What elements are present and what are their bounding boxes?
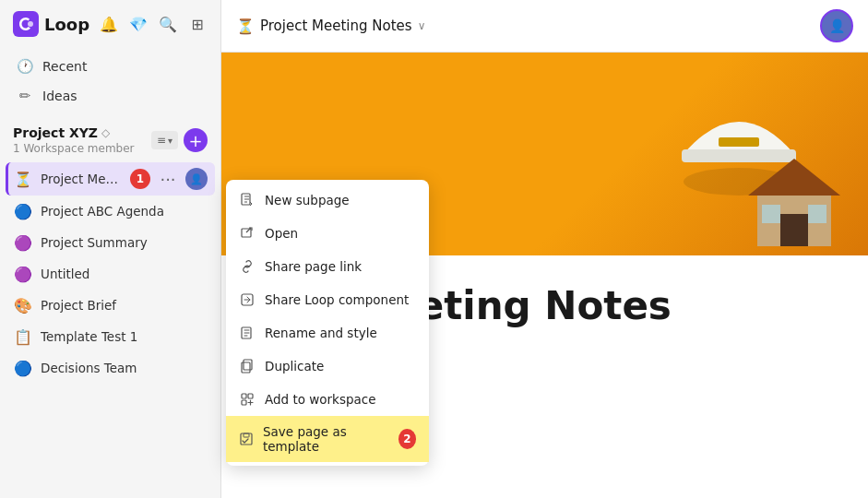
chevron-down-icon: ▾ bbox=[168, 136, 172, 146]
ideas-icon: ✏️ bbox=[17, 88, 33, 104]
page-item-untitled[interactable]: 🟣 Untitled bbox=[6, 258, 215, 290]
app-logo[interactable]: Loop bbox=[13, 11, 89, 37]
avatar-small: 👤 bbox=[185, 168, 208, 190]
page-icon-template-test: 📋 bbox=[13, 326, 33, 347]
svg-rect-11 bbox=[241, 433, 252, 445]
sidebar-item-label: Ideas bbox=[42, 89, 77, 103]
menu-label-share-page-link: Share page link bbox=[265, 259, 362, 274]
new-subpage-icon bbox=[239, 192, 256, 208]
page-icon-untitled: 🟣 bbox=[13, 264, 33, 284]
workspace-section: Project XYZ ◇ 1 Workspace member ≡ ▾ + bbox=[0, 114, 220, 159]
menu-item-duplicate[interactable]: Duplicate bbox=[226, 350, 429, 383]
menu-label-share-loop: Share Loop component bbox=[265, 292, 409, 307]
menu-item-share-loop[interactable]: Share Loop component bbox=[226, 283, 429, 316]
duplicate-icon bbox=[239, 358, 256, 374]
sidebar-nav: 🕐 Recent ✏️ Ideas bbox=[0, 48, 220, 114]
workspace-title: Project XYZ ◇ 1 Workspace member ≡ ▾ + bbox=[13, 125, 208, 155]
badge-2: 2 bbox=[398, 429, 416, 449]
page-icon-project-brief: 🎨 bbox=[13, 295, 33, 315]
sort-icon: ≡ bbox=[157, 134, 166, 147]
title-dropdown-icon[interactable]: ∨ bbox=[418, 19, 426, 32]
page-item-project-summary[interactable]: 🟣 Project Summary bbox=[6, 227, 215, 258]
menu-item-open[interactable]: Open bbox=[226, 217, 429, 250]
page-title-icon: ⏳ bbox=[236, 18, 255, 35]
workspace-chevron-icon: ◇ bbox=[101, 126, 110, 139]
page-item-meeting-notes[interactable]: ⏳ Project Meeting Notes 1 ··· 👤 bbox=[6, 162, 215, 196]
sidebar-item-recent[interactable]: 🕐 Recent bbox=[7, 52, 213, 81]
page-item-template-test-1[interactable]: 📋 Template Test 1 bbox=[6, 321, 215, 352]
svg-rect-18 bbox=[780, 214, 808, 246]
open-icon bbox=[239, 225, 256, 242]
menu-label-new-subpage: New subpage bbox=[265, 193, 350, 208]
workspace-members: 1 Workspace member bbox=[13, 142, 135, 155]
search-icon[interactable]: 🔍 bbox=[158, 14, 178, 34]
page-label-project-brief: Project Brief bbox=[41, 298, 208, 313]
page-label-meeting-notes: Project Meeting Notes bbox=[41, 172, 123, 186]
save-template-icon bbox=[239, 431, 254, 447]
svg-rect-6 bbox=[244, 360, 252, 370]
svg-rect-9 bbox=[248, 394, 253, 398]
sidebar-item-label: Recent bbox=[42, 59, 87, 74]
page-label-abc-agenda: Project ABC Agenda bbox=[41, 204, 208, 219]
add-workspace-icon bbox=[239, 391, 256, 408]
svg-rect-3 bbox=[242, 229, 251, 237]
menu-label-duplicate: Duplicate bbox=[265, 359, 324, 374]
app-name: Loop bbox=[44, 15, 89, 34]
loop-logo-icon bbox=[13, 11, 39, 37]
svg-point-1 bbox=[28, 21, 33, 27]
layout-icon[interactable]: ⊞ bbox=[187, 14, 208, 34]
menu-item-add-workspace[interactable]: Add to workspace bbox=[226, 383, 429, 416]
svg-rect-19 bbox=[762, 205, 780, 223]
context-menu: New subpage Open Share page link Share L… bbox=[226, 180, 429, 466]
page-item-team-decisions[interactable]: 🔵 Decisions Team bbox=[6, 352, 215, 384]
share-loop-icon bbox=[239, 291, 256, 308]
topbar-page-title: Project Meeting Notes bbox=[260, 18, 412, 34]
menu-item-new-subpage[interactable]: New subpage bbox=[226, 184, 429, 217]
topbar: ⏳ Project Meeting Notes ∨ 👤 bbox=[221, 0, 868, 53]
menu-label-rename-style: Rename and style bbox=[265, 326, 377, 340]
sidebar-item-ideas[interactable]: ✏️ Ideas bbox=[7, 81, 213, 111]
menu-label-open: Open bbox=[265, 226, 298, 241]
page-title-bar: ⏳ Project Meeting Notes ∨ bbox=[236, 18, 425, 35]
menu-item-save-template[interactable]: Save page as template 2 bbox=[226, 416, 429, 462]
workspace-name[interactable]: Project XYZ ◇ bbox=[13, 125, 135, 140]
bell-icon[interactable]: 🔔 bbox=[99, 14, 119, 34]
sort-button[interactable]: ≡ ▾ bbox=[151, 131, 178, 149]
badge-1: 1 bbox=[130, 169, 150, 189]
rename-icon bbox=[239, 325, 256, 341]
recent-icon: 🕐 bbox=[17, 58, 33, 75]
svg-rect-8 bbox=[242, 394, 246, 398]
svg-rect-12 bbox=[244, 433, 249, 437]
svg-rect-0 bbox=[13, 11, 39, 37]
page-label-template-test: Template Test 1 bbox=[41, 329, 208, 344]
menu-label-add-workspace: Add to workspace bbox=[265, 392, 376, 407]
menu-label-save-template: Save page as template bbox=[263, 424, 389, 454]
menu-item-share-page-link[interactable]: Share page link bbox=[226, 250, 429, 283]
page-item-abc-agenda[interactable]: 🔵 Project ABC Agenda bbox=[6, 196, 215, 227]
add-page-button[interactable]: + bbox=[184, 128, 208, 152]
svg-marker-16 bbox=[748, 159, 840, 196]
page-icon-team-decisions: 🔵 bbox=[13, 358, 33, 378]
page-label-untitled: Untitled bbox=[41, 267, 208, 281]
share-link-icon bbox=[239, 258, 256, 275]
more-options-button[interactable]: ··· bbox=[158, 169, 178, 189]
page-label-team-decisions: Decisions Team bbox=[41, 361, 208, 375]
page-icon-meeting-notes: ⏳ bbox=[13, 169, 33, 189]
svg-rect-7 bbox=[242, 362, 250, 373]
svg-rect-15 bbox=[719, 137, 759, 147]
diamond-icon[interactable]: 💎 bbox=[128, 14, 149, 34]
page-icon-project-summary: 🟣 bbox=[13, 232, 33, 253]
page-item-project-brief[interactable]: 🎨 Project Brief bbox=[6, 290, 215, 321]
topbar-right: 👤 bbox=[820, 9, 853, 42]
pages-list: ⏳ Project Meeting Notes 1 ··· 👤 🔵 Projec… bbox=[0, 159, 220, 498]
sidebar: Loop 🔔 💎 🔍 ⊞ 🕐 Recent ✏️ Ideas Project X… bbox=[0, 0, 221, 498]
page-icon-abc-agenda: 🔵 bbox=[13, 201, 33, 221]
header-icons: 🔔 💎 🔍 ⊞ bbox=[99, 14, 208, 34]
svg-rect-10 bbox=[242, 400, 246, 405]
sidebar-header: Loop 🔔 💎 🔍 ⊞ bbox=[0, 0, 220, 48]
svg-rect-20 bbox=[808, 205, 826, 223]
workspace-actions: ≡ ▾ + bbox=[151, 128, 208, 152]
user-avatar[interactable]: 👤 bbox=[820, 9, 853, 42]
menu-item-rename-style[interactable]: Rename and style bbox=[226, 316, 429, 350]
page-label-project-summary: Project Summary bbox=[41, 235, 208, 250]
